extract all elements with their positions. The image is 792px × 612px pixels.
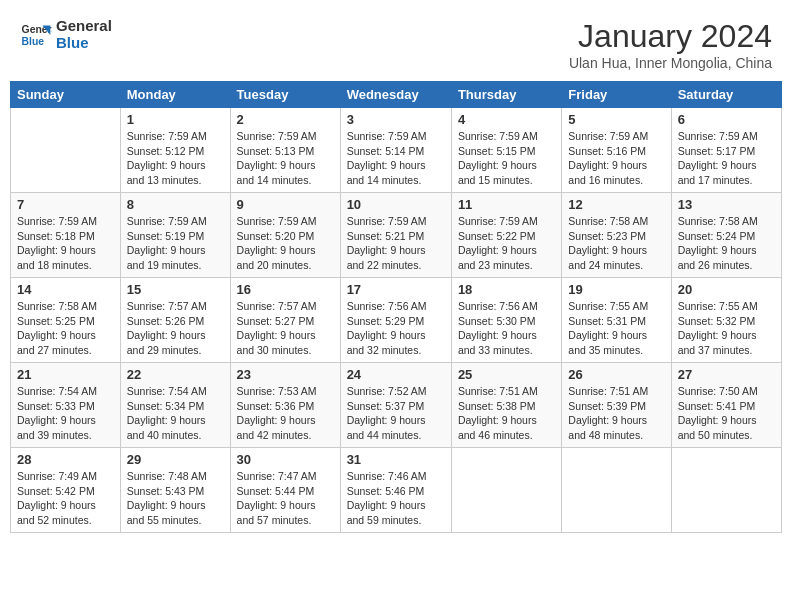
table-row: 10Sunrise: 7:59 AMSunset: 5:21 PMDayligh…: [340, 193, 451, 278]
day-number: 28: [17, 452, 114, 467]
table-row: 17Sunrise: 7:56 AMSunset: 5:29 PMDayligh…: [340, 278, 451, 363]
cell-content: Sunrise: 7:54 AMSunset: 5:34 PMDaylight:…: [127, 384, 224, 443]
cell-content: Sunrise: 7:56 AMSunset: 5:30 PMDaylight:…: [458, 299, 555, 358]
day-number: 24: [347, 367, 445, 382]
cell-content: Sunrise: 7:46 AMSunset: 5:46 PMDaylight:…: [347, 469, 445, 528]
day-number: 12: [568, 197, 664, 212]
title-block: January 2024 Ulan Hua, Inner Mongolia, C…: [569, 18, 772, 71]
calendar-header-row: Sunday Monday Tuesday Wednesday Thursday…: [11, 82, 782, 108]
table-row: 13Sunrise: 7:58 AMSunset: 5:24 PMDayligh…: [671, 193, 781, 278]
month-title: January 2024: [569, 18, 772, 55]
table-row: 18Sunrise: 7:56 AMSunset: 5:30 PMDayligh…: [451, 278, 561, 363]
day-number: 21: [17, 367, 114, 382]
cell-content: Sunrise: 7:57 AMSunset: 5:27 PMDaylight:…: [237, 299, 334, 358]
table-row: [11, 108, 121, 193]
day-number: 5: [568, 112, 664, 127]
cell-content: Sunrise: 7:51 AMSunset: 5:39 PMDaylight:…: [568, 384, 664, 443]
table-row: 12Sunrise: 7:58 AMSunset: 5:23 PMDayligh…: [562, 193, 671, 278]
table-row: 30Sunrise: 7:47 AMSunset: 5:44 PMDayligh…: [230, 448, 340, 533]
day-number: 16: [237, 282, 334, 297]
day-number: 6: [678, 112, 775, 127]
table-row: 19Sunrise: 7:55 AMSunset: 5:31 PMDayligh…: [562, 278, 671, 363]
cell-content: Sunrise: 7:58 AMSunset: 5:25 PMDaylight:…: [17, 299, 114, 358]
cell-content: Sunrise: 7:55 AMSunset: 5:32 PMDaylight:…: [678, 299, 775, 358]
table-row: 1Sunrise: 7:59 AMSunset: 5:12 PMDaylight…: [120, 108, 230, 193]
cell-content: Sunrise: 7:56 AMSunset: 5:29 PMDaylight:…: [347, 299, 445, 358]
header-monday: Monday: [120, 82, 230, 108]
day-number: 22: [127, 367, 224, 382]
calendar-week-row: 14Sunrise: 7:58 AMSunset: 5:25 PMDayligh…: [11, 278, 782, 363]
cell-content: Sunrise: 7:59 AMSunset: 5:22 PMDaylight:…: [458, 214, 555, 273]
table-row: 4Sunrise: 7:59 AMSunset: 5:15 PMDaylight…: [451, 108, 561, 193]
day-number: 31: [347, 452, 445, 467]
cell-content: Sunrise: 7:59 AMSunset: 5:13 PMDaylight:…: [237, 129, 334, 188]
day-number: 2: [237, 112, 334, 127]
day-number: 25: [458, 367, 555, 382]
table-row: 31Sunrise: 7:46 AMSunset: 5:46 PMDayligh…: [340, 448, 451, 533]
cell-content: Sunrise: 7:59 AMSunset: 5:20 PMDaylight:…: [237, 214, 334, 273]
table-row: [671, 448, 781, 533]
page-header: General Blue General Blue January 2024 U…: [10, 10, 782, 75]
cell-content: Sunrise: 7:59 AMSunset: 5:15 PMDaylight:…: [458, 129, 555, 188]
cell-content: Sunrise: 7:59 AMSunset: 5:16 PMDaylight:…: [568, 129, 664, 188]
calendar-table: Sunday Monday Tuesday Wednesday Thursday…: [10, 81, 782, 533]
cell-content: Sunrise: 7:50 AMSunset: 5:41 PMDaylight:…: [678, 384, 775, 443]
logo-text-general: General: [56, 17, 112, 34]
table-row: 9Sunrise: 7:59 AMSunset: 5:20 PMDaylight…: [230, 193, 340, 278]
header-sunday: Sunday: [11, 82, 121, 108]
table-row: 3Sunrise: 7:59 AMSunset: 5:14 PMDaylight…: [340, 108, 451, 193]
day-number: 14: [17, 282, 114, 297]
cell-content: Sunrise: 7:48 AMSunset: 5:43 PMDaylight:…: [127, 469, 224, 528]
cell-content: Sunrise: 7:59 AMSunset: 5:18 PMDaylight:…: [17, 214, 114, 273]
calendar-week-row: 28Sunrise: 7:49 AMSunset: 5:42 PMDayligh…: [11, 448, 782, 533]
header-tuesday: Tuesday: [230, 82, 340, 108]
day-number: 30: [237, 452, 334, 467]
cell-content: Sunrise: 7:49 AMSunset: 5:42 PMDaylight:…: [17, 469, 114, 528]
cell-content: Sunrise: 7:57 AMSunset: 5:26 PMDaylight:…: [127, 299, 224, 358]
table-row: [451, 448, 561, 533]
table-row: 6Sunrise: 7:59 AMSunset: 5:17 PMDaylight…: [671, 108, 781, 193]
cell-content: Sunrise: 7:59 AMSunset: 5:19 PMDaylight:…: [127, 214, 224, 273]
cell-content: Sunrise: 7:59 AMSunset: 5:14 PMDaylight:…: [347, 129, 445, 188]
table-row: 24Sunrise: 7:52 AMSunset: 5:37 PMDayligh…: [340, 363, 451, 448]
cell-content: Sunrise: 7:58 AMSunset: 5:23 PMDaylight:…: [568, 214, 664, 273]
table-row: 21Sunrise: 7:54 AMSunset: 5:33 PMDayligh…: [11, 363, 121, 448]
cell-content: Sunrise: 7:47 AMSunset: 5:44 PMDaylight:…: [237, 469, 334, 528]
header-friday: Friday: [562, 82, 671, 108]
day-number: 7: [17, 197, 114, 212]
cell-content: Sunrise: 7:58 AMSunset: 5:24 PMDaylight:…: [678, 214, 775, 273]
table-row: 29Sunrise: 7:48 AMSunset: 5:43 PMDayligh…: [120, 448, 230, 533]
table-row: 27Sunrise: 7:50 AMSunset: 5:41 PMDayligh…: [671, 363, 781, 448]
table-row: 28Sunrise: 7:49 AMSunset: 5:42 PMDayligh…: [11, 448, 121, 533]
table-row: 15Sunrise: 7:57 AMSunset: 5:26 PMDayligh…: [120, 278, 230, 363]
table-row: 14Sunrise: 7:58 AMSunset: 5:25 PMDayligh…: [11, 278, 121, 363]
day-number: 26: [568, 367, 664, 382]
table-row: 2Sunrise: 7:59 AMSunset: 5:13 PMDaylight…: [230, 108, 340, 193]
day-number: 8: [127, 197, 224, 212]
cell-content: Sunrise: 7:59 AMSunset: 5:17 PMDaylight:…: [678, 129, 775, 188]
day-number: 19: [568, 282, 664, 297]
cell-content: Sunrise: 7:59 AMSunset: 5:21 PMDaylight:…: [347, 214, 445, 273]
table-row: 26Sunrise: 7:51 AMSunset: 5:39 PMDayligh…: [562, 363, 671, 448]
table-row: 23Sunrise: 7:53 AMSunset: 5:36 PMDayligh…: [230, 363, 340, 448]
table-row: [562, 448, 671, 533]
header-saturday: Saturday: [671, 82, 781, 108]
calendar-week-row: 7Sunrise: 7:59 AMSunset: 5:18 PMDaylight…: [11, 193, 782, 278]
logo-icon: General Blue: [20, 19, 52, 51]
location-subtitle: Ulan Hua, Inner Mongolia, China: [569, 55, 772, 71]
day-number: 11: [458, 197, 555, 212]
day-number: 23: [237, 367, 334, 382]
day-number: 4: [458, 112, 555, 127]
day-number: 27: [678, 367, 775, 382]
header-wednesday: Wednesday: [340, 82, 451, 108]
day-number: 29: [127, 452, 224, 467]
table-row: 25Sunrise: 7:51 AMSunset: 5:38 PMDayligh…: [451, 363, 561, 448]
day-number: 17: [347, 282, 445, 297]
cell-content: Sunrise: 7:54 AMSunset: 5:33 PMDaylight:…: [17, 384, 114, 443]
svg-text:Blue: Blue: [22, 35, 45, 46]
table-row: 16Sunrise: 7:57 AMSunset: 5:27 PMDayligh…: [230, 278, 340, 363]
table-row: 22Sunrise: 7:54 AMSunset: 5:34 PMDayligh…: [120, 363, 230, 448]
day-number: 20: [678, 282, 775, 297]
header-thursday: Thursday: [451, 82, 561, 108]
calendar-week-row: 1Sunrise: 7:59 AMSunset: 5:12 PMDaylight…: [11, 108, 782, 193]
